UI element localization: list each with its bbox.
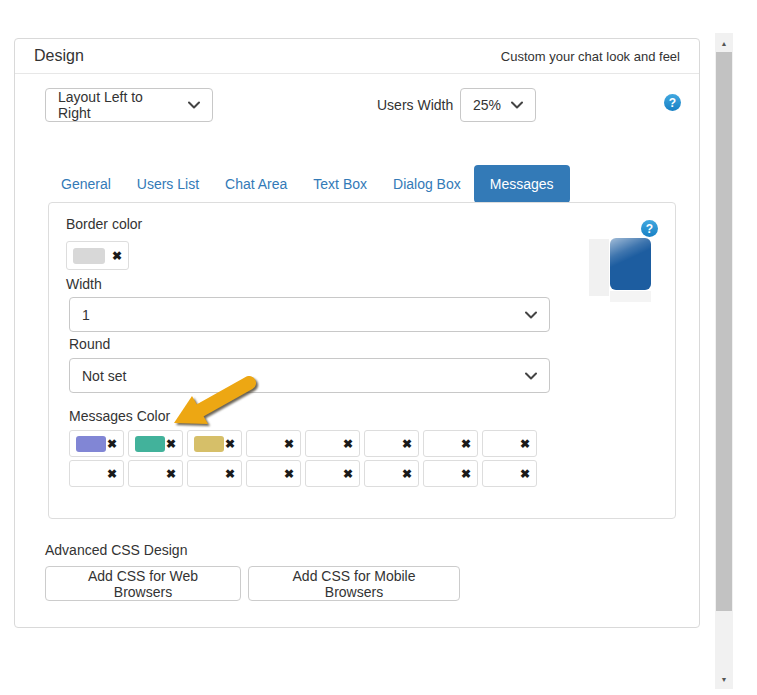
- tab-users-list[interactable]: Users List: [124, 165, 212, 203]
- chevron-down-icon: [511, 101, 523, 109]
- help-icon[interactable]: ?: [641, 220, 658, 237]
- clear-color-icon[interactable]: ✖: [461, 468, 471, 480]
- add-css-web-button[interactable]: Add CSS for Web Browsers: [45, 566, 241, 601]
- tab-text-box[interactable]: Text Box: [300, 165, 380, 203]
- messages-color-row: ✖✖✖✖✖✖✖✖: [69, 460, 537, 487]
- tab-general[interactable]: General: [48, 165, 124, 203]
- layout-direction-value: Layout Left to Right: [58, 89, 178, 121]
- clear-color-icon[interactable]: ✖: [402, 468, 412, 480]
- clear-color-icon[interactable]: ✖: [284, 438, 294, 450]
- clear-color-icon[interactable]: ✖: [225, 468, 235, 480]
- messages-tab-panel: Border color ✖ ? Width 1 Round Not set: [48, 202, 676, 519]
- clear-color-icon[interactable]: ✖: [107, 468, 117, 480]
- vertical-scrollbar[interactable]: ▲ ▼: [715, 33, 733, 689]
- message-color-cell[interactable]: ✖: [364, 430, 419, 457]
- round-label: Round: [69, 336, 110, 352]
- clear-color-icon[interactable]: ✖: [225, 438, 235, 450]
- help-icon[interactable]: ?: [664, 94, 681, 111]
- clear-color-icon[interactable]: ✖: [343, 468, 353, 480]
- page-subtitle: Custom your chat look and feel: [501, 49, 680, 64]
- clear-color-icon[interactable]: ✖: [402, 438, 412, 450]
- clear-color-icon[interactable]: ✖: [520, 468, 530, 480]
- users-width-select[interactable]: 25%: [460, 88, 536, 122]
- design-tabs: GeneralUsers ListChat AreaText BoxDialog…: [48, 165, 570, 203]
- message-color-swatch[interactable]: [194, 436, 224, 452]
- messages-color-grid: ✖✖✖✖✖✖✖✖✖✖✖✖✖✖✖✖: [69, 430, 537, 487]
- users-width-label: Users Width: [377, 97, 453, 113]
- tab-dialog-box[interactable]: Dialog Box: [380, 165, 474, 203]
- message-color-cell[interactable]: ✖: [305, 460, 360, 487]
- message-color-cell[interactable]: ✖: [482, 430, 537, 457]
- message-color-cell[interactable]: ✖: [69, 460, 124, 487]
- tab-chat-area[interactable]: Chat Area: [212, 165, 300, 203]
- chevron-down-icon: [188, 101, 200, 109]
- round-value: Not set: [82, 368, 126, 384]
- advanced-css-label: Advanced CSS Design: [45, 542, 187, 558]
- chat-preview-thumbnail: [589, 238, 651, 306]
- add-css-mobile-button[interactable]: Add CSS for Mobile Browsers: [248, 566, 460, 601]
- preview-message-bubble: [610, 238, 651, 290]
- clear-color-icon[interactable]: ✖: [343, 438, 353, 450]
- message-color-cell[interactable]: ✖: [364, 460, 419, 487]
- message-color-cell[interactable]: ✖: [187, 460, 242, 487]
- preview-footer-strip: [610, 291, 651, 302]
- message-color-cell[interactable]: ✖: [423, 430, 478, 457]
- scrollbar-thumb[interactable]: [716, 52, 732, 611]
- border-width-value: 1: [82, 307, 90, 323]
- message-color-cell[interactable]: ✖: [128, 430, 183, 457]
- round-select[interactable]: Not set: [69, 358, 550, 393]
- message-color-swatch[interactable]: [135, 436, 165, 452]
- layout-direction-select[interactable]: Layout Left to Right: [45, 88, 213, 122]
- scroll-up-icon[interactable]: ▲: [715, 35, 733, 51]
- message-color-cell[interactable]: ✖: [246, 460, 301, 487]
- design-panel: Design Custom your chat look and feel La…: [14, 38, 700, 628]
- clear-color-icon[interactable]: ✖: [112, 250, 122, 262]
- chevron-down-icon: [525, 372, 537, 380]
- border-width-select[interactable]: 1: [69, 297, 550, 332]
- border-color-label: Border color: [66, 216, 142, 232]
- clear-color-icon[interactable]: ✖: [284, 468, 294, 480]
- messages-color-label: Messages Color: [69, 408, 170, 424]
- message-color-swatch[interactable]: [76, 436, 106, 452]
- design-panel-header: Design Custom your chat look and feel: [15, 39, 699, 74]
- clear-color-icon[interactable]: ✖: [166, 468, 176, 480]
- border-color-picker[interactable]: ✖: [66, 241, 129, 270]
- message-color-cell[interactable]: ✖: [187, 430, 242, 457]
- page-title: Design: [34, 47, 84, 65]
- message-color-cell[interactable]: ✖: [128, 460, 183, 487]
- clear-color-icon[interactable]: ✖: [166, 438, 176, 450]
- messages-color-row: ✖✖✖✖✖✖✖✖: [69, 430, 537, 457]
- scroll-down-icon[interactable]: ▼: [715, 671, 733, 687]
- border-width-label: Width: [66, 276, 102, 292]
- clear-color-icon[interactable]: ✖: [461, 438, 471, 450]
- clear-color-icon[interactable]: ✖: [520, 438, 530, 450]
- tab-messages[interactable]: Messages: [474, 165, 570, 203]
- message-color-cell[interactable]: ✖: [246, 430, 301, 457]
- users-width-value: 25%: [473, 97, 501, 113]
- design-settings-page: Design Custom your chat look and feel La…: [0, 0, 757, 695]
- message-color-cell[interactable]: ✖: [423, 460, 478, 487]
- message-color-cell[interactable]: ✖: [482, 460, 537, 487]
- clear-color-icon[interactable]: ✖: [107, 438, 117, 450]
- border-color-swatch[interactable]: [73, 248, 105, 264]
- message-color-cell[interactable]: ✖: [305, 430, 360, 457]
- preview-users-column: [589, 239, 609, 296]
- message-color-cell[interactable]: ✖: [69, 430, 124, 457]
- chevron-down-icon: [525, 311, 537, 319]
